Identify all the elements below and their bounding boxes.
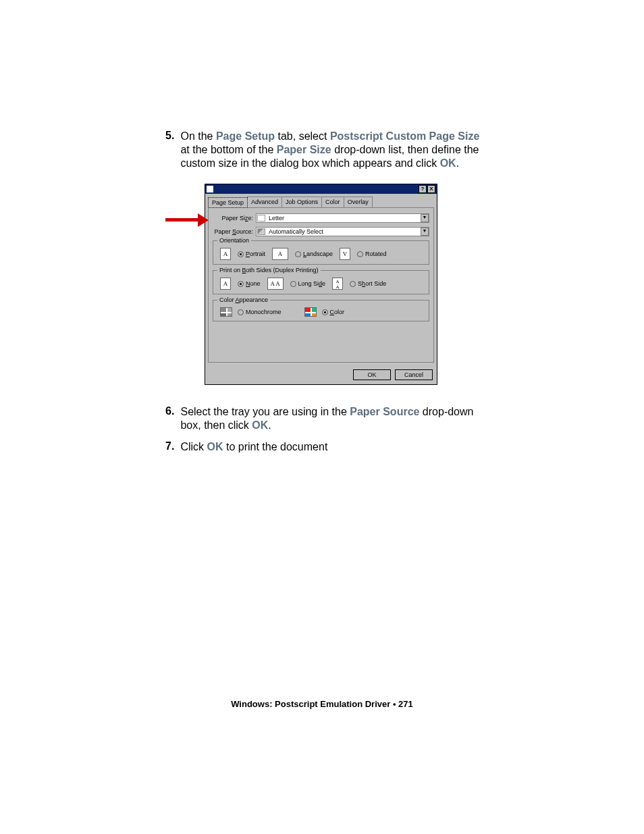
close-button[interactable]: X [427,185,435,193]
tab-page-setup[interactable]: Page Setup [208,197,248,208]
page-footer: Windows: Postscript Emulation Driver • 2… [0,699,644,709]
tab-job-options[interactable]: Job Options [281,197,322,207]
step-5: 5. On the Page Setup tab, select Postscr… [165,130,503,170]
step-6-body: Select the tray you are using in the Pap… [180,405,491,432]
radio-portrait[interactable]: Portrait [238,251,265,257]
paper-source-label: Paper Source: [213,228,253,235]
color-icon [304,307,317,317]
paper-source-dropdown[interactable]: Automatically Select ▼ [256,227,429,236]
shortside-icon: AA [332,278,343,290]
callout-arrow [165,213,209,227]
step-5-num: 5. [165,130,178,142]
duplex-legend: Print on Both Sides (Duplex Printing) [217,267,321,273]
step-6: 6. Select the tray you are using in the … [165,405,503,432]
orientation-group: Orientation A Portrait A Landscape V Rot… [213,240,429,265]
paper-size-value: Letter [269,215,284,221]
color-appearance-group: Color Appearance Monochrome Color [213,300,429,321]
landscape-icon: A [272,248,288,260]
window-icon [207,186,213,192]
none-icon: A [220,278,231,290]
monochrome-icon [220,307,232,317]
radio-none[interactable]: None [238,280,261,287]
step-5-body: On the Page Setup tab, select Postscript… [180,130,491,170]
orientation-legend: Orientation [217,237,251,244]
chevron-down-icon: ▼ [421,214,429,222]
titlebar: ? X [205,184,437,194]
paper-size-dropdown[interactable]: Letter ▼ [256,213,429,223]
radio-short-side[interactable]: Short Side [350,280,386,287]
portrait-icon: A [220,248,231,260]
radio-color[interactable]: Color [322,309,345,315]
tab-color[interactable]: Color [321,197,344,207]
tab-strip: Page Setup Advanced Job Options Color Ov… [208,197,434,207]
radio-landscape[interactable]: Landscape [295,251,333,257]
paper-source-value: Automatically Select [269,228,323,235]
rotated-icon: V [340,248,350,260]
step-7: 7. Click OK to print the document [165,440,503,454]
color-legend: Color Appearance [217,296,270,303]
help-button[interactable]: ? [419,185,427,193]
paper-size-label: Paper Size: [213,215,253,221]
tab-advanced[interactable]: Advanced [247,197,282,207]
duplex-group: Print on Both Sides (Duplex Printing) A … [213,270,429,294]
radio-monochrome[interactable]: Monochrome [238,309,281,315]
tray-icon [257,228,265,235]
step-7-body: Click OK to print the document [180,440,491,454]
step-6-num: 6. [165,405,178,417]
page-icon [257,215,265,221]
ok-button[interactable]: OK [353,369,391,380]
print-dialog: ? X Page Setup Advanced Job Options Colo… [205,184,437,385]
tab-panel: Paper Size: Letter ▼ Paper Source: Autom… [208,207,434,363]
tab-overlay[interactable]: Overlay [344,197,373,207]
longside-icon: A A [267,278,284,290]
button-row: OK Cancel [205,365,437,384]
chevron-down-icon: ▼ [421,228,429,236]
cancel-button[interactable]: Cancel [395,369,433,380]
step-7-num: 7. [165,440,178,452]
radio-long-side[interactable]: Long Side [290,280,326,287]
radio-rotated[interactable]: Rotated [357,251,387,257]
